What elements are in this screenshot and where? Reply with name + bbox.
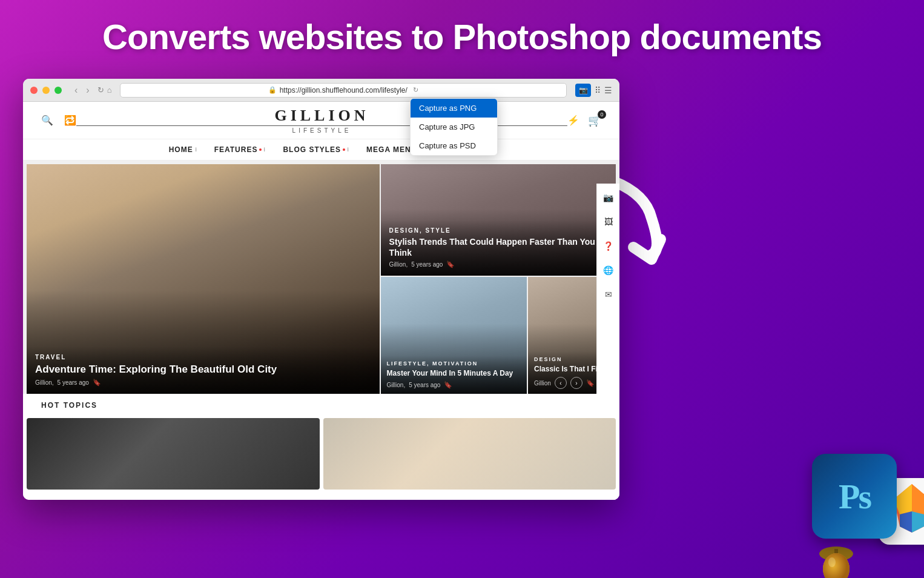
browser-chrome: ‹ › ↻ ⌂ 🔒 https://gillion.shufflehound.c… [23, 79, 619, 102]
browser-actions: 📷 ⠿ ☰ [575, 84, 612, 97]
card-large-meta: Gillion, 5 years ago 🔖 [35, 379, 371, 387]
bottom-right-row: LIFESTYLE, MOTIVATION Master Your Mind I… [381, 277, 616, 394]
search-icon[interactable]: 🔍 [41, 115, 53, 126]
sidebar-globe-icon[interactable]: 🌐 [601, 262, 616, 278]
card-large-category: TRAVEL [35, 354, 371, 360]
hot-topics-section: HOT TOPICS [23, 394, 619, 414]
headline: Converts websites to Photoshop documents [30, 17, 894, 58]
camera-icon: 📷 [579, 86, 588, 95]
cart-badge: 0 [598, 110, 606, 119]
bookmark-icon-bottom-right[interactable]: 🔖 [586, 379, 595, 387]
sidebar-mail-icon[interactable]: ✉ [601, 287, 616, 302]
app-icons-group: Ps [812, 454, 897, 539]
sidebar-question-icon[interactable]: ❓ [601, 238, 616, 254]
right-column: DESIGN, STYLE Stylish Trends That Could … [381, 164, 616, 394]
cart-icon[interactable]: 🛒 0 [588, 114, 601, 127]
capture-psd-item[interactable]: Capture as PSD [411, 136, 497, 155]
bookmark-icon-bottom-mid[interactable]: 🔖 [444, 381, 452, 389]
card-large-overlay: TRAVEL Adventure Time: Exploring The Bea… [27, 347, 380, 394]
traffic-light-yellow[interactable] [42, 87, 50, 94]
home-icon[interactable]: ⌂ [107, 85, 112, 95]
sidebar-camera-icon[interactable]: 📷 [601, 190, 616, 205]
site-nav: HOME ⁝ FEATURES ⁝ BLOG STYLES ⁝ MEGA MEN… [23, 139, 619, 161]
card-large[interactable]: TRAVEL Adventure Time: Exploring The Bea… [27, 164, 380, 394]
acorn-icon [806, 533, 866, 578]
hot-topic-card-1[interactable] [27, 418, 320, 490]
menu-icon[interactable]: ☰ [604, 85, 612, 95]
website-content: 🔍 🔁 GILLION LIFESTYLE ⚡ 🛒 0 HOME ⁝ [23, 102, 619, 500]
svg-point-10 [828, 557, 836, 567]
card-bottom-middle-overlay: LIFESTYLE, MOTIVATION Master Your Mind I… [381, 356, 527, 394]
hot-topics-title: HOT TOPICS [41, 401, 601, 410]
capture-dropdown: Capture as PNG Capture as JPG Capture as… [410, 98, 498, 156]
card-top-right-meta: Gillion, 5 years ago 🔖 [389, 261, 607, 268]
url-bar[interactable]: 🔒 https://gillion.shufflehound.com/lifes… [120, 83, 567, 98]
lock-icon: 🔒 [268, 86, 277, 94]
card-top-right-title: Stylish Trends That Could Happen Faster … [389, 236, 607, 258]
nav-item-blog-styles[interactable]: BLOG STYLES ⁝ [283, 145, 349, 154]
capture-jpg-item[interactable]: Capture as JPG [411, 118, 497, 136]
nav-ellipsis-home: ⁝ [195, 147, 197, 153]
card-bottom-middle-title: Master Your Mind In 5 Minutes A Day [387, 369, 521, 379]
traffic-light-green[interactable] [54, 87, 62, 94]
capture-png-item[interactable]: Capture as PNG [411, 99, 497, 118]
bookmark-icon-top-right[interactable]: 🔖 [446, 261, 455, 268]
hot-topic-card-2[interactable] [323, 418, 616, 490]
url-text: https://gillion.shufflehound.com/lifesty… [280, 86, 408, 95]
card-bottom-middle-category: LIFESTYLE, MOTIVATION [387, 360, 521, 367]
next-arrow[interactable]: › [570, 377, 582, 389]
card-nav: ‹ › 🔖 [555, 377, 595, 389]
browser-window: ‹ › ↻ ⌂ 🔒 https://gillion.shufflehound.c… [23, 79, 619, 500]
browser-sidebar: 📷 🖼 ❓ 🌐 ✉ [596, 184, 619, 394]
traffic-light-red[interactable] [30, 87, 38, 94]
share-icon[interactable]: 🔁 [64, 115, 76, 126]
card-top-right-category: DESIGN, STYLE [389, 227, 607, 234]
settings-icon[interactable]: ⠿ [595, 85, 601, 95]
card-top-right[interactable]: DESIGN, STYLE Stylish Trends That Could … [381, 164, 616, 276]
lightning-icon[interactable]: ⚡ [567, 115, 579, 126]
card-bottom-middle-meta: Gillion, 5 years ago 🔖 [387, 381, 521, 389]
hot-topics-grid [23, 414, 619, 493]
card-large-title: Adventure Time: Exploring The Beautiful … [35, 363, 371, 376]
back-button[interactable]: ‹ [71, 84, 81, 97]
card-top-right-overlay: DESIGN, STYLE Stylish Trends That Could … [381, 220, 616, 276]
bookmark-icon-large[interactable]: 🔖 [93, 379, 101, 387]
nav-item-features[interactable]: FEATURES ⁝ [214, 145, 266, 154]
prev-arrow[interactable]: ‹ [555, 377, 567, 389]
nav-item-home[interactable]: HOME ⁝ [169, 145, 197, 154]
header-left: 🔍 🔁 [41, 115, 76, 126]
ps-label: Ps [839, 476, 870, 517]
card-bottom-middle[interactable]: LIFESTYLE, MOTIVATION Master Your Mind I… [381, 277, 527, 394]
site-header: 🔍 🔁 GILLION LIFESTYLE ⚡ 🛒 0 [23, 102, 619, 139]
sidebar-gallery-icon[interactable]: 🖼 [601, 214, 616, 230]
reload-icon[interactable]: ↻ [97, 85, 104, 95]
camera-capture-button[interactable]: 📷 [575, 84, 591, 97]
forward-button[interactable]: › [83, 84, 92, 97]
browser-nav: ‹ › [71, 84, 93, 97]
photoshop-icon: Ps [812, 454, 897, 539]
nav-ellipsis-features: ⁝ [263, 147, 266, 153]
refresh-icon[interactable]: ↻ [413, 86, 418, 94]
nav-dot-features [259, 148, 262, 151]
content-grid: TRAVEL Adventure Time: Exploring The Bea… [23, 161, 619, 394]
nav-dot-blog [343, 148, 345, 151]
header-right: ⚡ 🛒 0 [567, 114, 601, 127]
nav-ellipsis-blog: ⁝ [347, 147, 349, 153]
